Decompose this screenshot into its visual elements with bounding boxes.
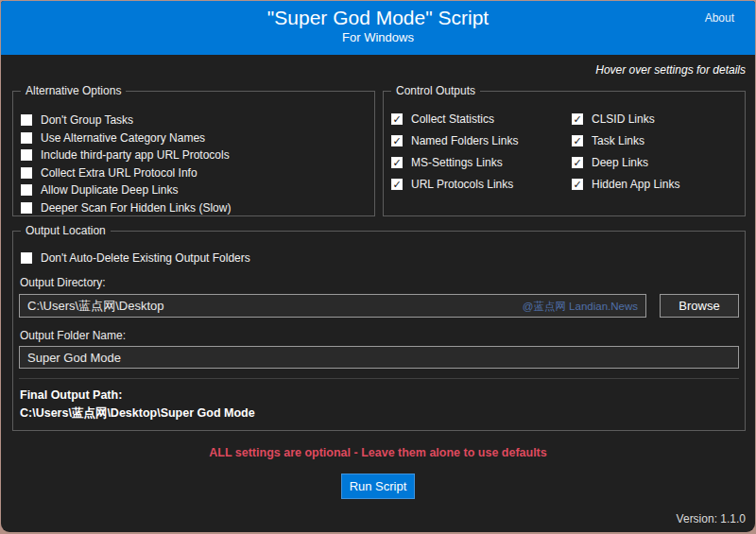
checkbox-label: Collect Extra URL Protocol Info (41, 166, 198, 180)
output-directory-input-wrap: @蓝点网 Landian.News (19, 294, 646, 318)
group-output-location: Output Location Don't Auto-Delete Existi… (12, 231, 746, 431)
checkbox-label: CLSID Links (592, 112, 655, 126)
checkbox-checked-icon[interactable]: ✓ (572, 135, 583, 146)
checkbox-checked-icon[interactable]: ✓ (572, 157, 583, 168)
output-folder-name-input[interactable] (19, 346, 739, 369)
checkbox-label: Deep Links (592, 156, 648, 169)
checkbox-label: Use Alternative Category Names (41, 131, 205, 145)
checkbox-unchecked-icon[interactable] (21, 202, 32, 214)
checkbox-row[interactable]: Don't Group Tasks (21, 113, 374, 127)
separator-line (19, 378, 739, 379)
group-title-output-location: Output Location (21, 224, 111, 237)
header: "Super God Mode" Script For Windows Abou… (1, 1, 755, 55)
checkbox-row[interactable]: Include third-party app URL Protocols (21, 148, 374, 162)
checkbox-label: Collect Statistics (411, 112, 494, 126)
checkbox-label: Task Links (592, 134, 644, 147)
browse-button[interactable]: Browse (660, 294, 739, 318)
checkbox-checked-icon[interactable]: ✓ (391, 113, 403, 125)
checkbox-label: Deeper Scan For Hidden Links (Slow) (41, 201, 231, 215)
output-directory-label: Output Directory: (20, 276, 745, 289)
checkbox-row[interactable]: ✓MS-Settings Links (391, 156, 572, 169)
app-title: "Super God Mode" Script (1, 1, 755, 29)
checkbox-checked-icon[interactable]: ✓ (391, 157, 403, 168)
checkbox-label: URL Protocols Links (411, 178, 513, 191)
run-script-button[interactable]: Run Script (341, 474, 415, 499)
output-location-options: Don't Auto-Delete Existing Output Folder… (21, 251, 745, 265)
checkbox-unchecked-icon[interactable] (21, 184, 32, 196)
checkbox-checked-icon[interactable]: ✓ (572, 113, 583, 125)
hover-hint-text: Hover over settings for details (595, 63, 746, 77)
checkbox-label: Allow Duplicate Deep Links (41, 183, 178, 197)
output-directory-input[interactable] (19, 294, 646, 318)
checkbox-unchecked-icon[interactable] (21, 252, 32, 264)
checkbox-label: Include third-party app URL Protocols (41, 148, 230, 162)
checkbox-checked-icon[interactable]: ✓ (391, 135, 403, 146)
checkbox-unchecked-icon[interactable] (21, 132, 32, 144)
checkbox-row[interactable]: ✓Collect Statistics (391, 112, 572, 126)
checkbox-unchecked-icon[interactable] (21, 167, 32, 179)
checkbox-label: Don't Group Tasks (41, 113, 133, 127)
checkbox-row[interactable]: ✓Named Folders Links (391, 134, 572, 147)
checkbox-checked-icon[interactable]: ✓ (572, 179, 583, 190)
checkbox-row[interactable]: Collect Extra URL Protocol Info (21, 166, 374, 180)
settings-notice-text: ALL settings are optional - Leave them a… (1, 446, 755, 459)
checkbox-label: Named Folders Links (411, 134, 518, 147)
app-window: "Super God Mode" Script For Windows Abou… (1, 1, 755, 532)
checkbox-label: Don't Auto-Delete Existing Output Folder… (41, 251, 250, 265)
checkbox-unchecked-icon[interactable] (21, 114, 32, 126)
control-outputs-column-2: ✓CLSID Links✓Task Links✓Deep Links✓Hidde… (572, 112, 679, 199)
checkbox-row[interactable]: ✓URL Protocols Links (391, 178, 572, 191)
checkbox-label: Hidden App Links (592, 178, 679, 191)
final-output-path-value: C:\Users\蓝点网\Desktop\Super God Mode (20, 405, 745, 422)
control-outputs-column-1: ✓Collect Statistics✓Named Folders Links✓… (391, 112, 572, 199)
output-directory-row: @蓝点网 Landian.News Browse (19, 294, 739, 318)
checkbox-label: MS-Settings Links (411, 156, 503, 169)
checkbox-row[interactable]: Don't Auto-Delete Existing Output Folder… (21, 251, 745, 265)
checkbox-row[interactable]: Allow Duplicate Deep Links (21, 183, 374, 197)
control-outputs-columns: ✓Collect Statistics✓Named Folders Links✓… (391, 112, 745, 199)
checkbox-row[interactable]: ✓CLSID Links (572, 112, 679, 126)
group-control-outputs: Control Outputs ✓Collect Statistics✓Name… (383, 91, 746, 216)
checkbox-row[interactable]: ✓Hidden App Links (572, 178, 679, 191)
alternative-options-list: Don't Group TasksUse Alternative Categor… (21, 113, 374, 215)
output-folder-name-label: Output Folder Name: (20, 329, 745, 342)
group-title-alternative-options: Alternative Options (21, 84, 126, 97)
checkbox-row[interactable]: Use Alternative Category Names (21, 131, 374, 145)
group-alternative-options: Alternative Options Don't Group TasksUse… (12, 91, 375, 216)
checkbox-row[interactable]: Deeper Scan For Hidden Links (Slow) (21, 201, 374, 215)
app-subtitle: For Windows (1, 30, 755, 44)
final-output-path-label: Final Output Path: (20, 388, 745, 402)
about-link[interactable]: About (705, 11, 734, 25)
checkbox-unchecked-icon[interactable] (21, 149, 32, 161)
checkbox-checked-icon[interactable]: ✓ (391, 179, 403, 190)
version-label: Version: 1.1.0 (677, 512, 746, 525)
group-title-control-outputs: Control Outputs (391, 84, 480, 97)
checkbox-row[interactable]: ✓Task Links (572, 134, 679, 147)
checkbox-row[interactable]: ✓Deep Links (572, 156, 679, 169)
